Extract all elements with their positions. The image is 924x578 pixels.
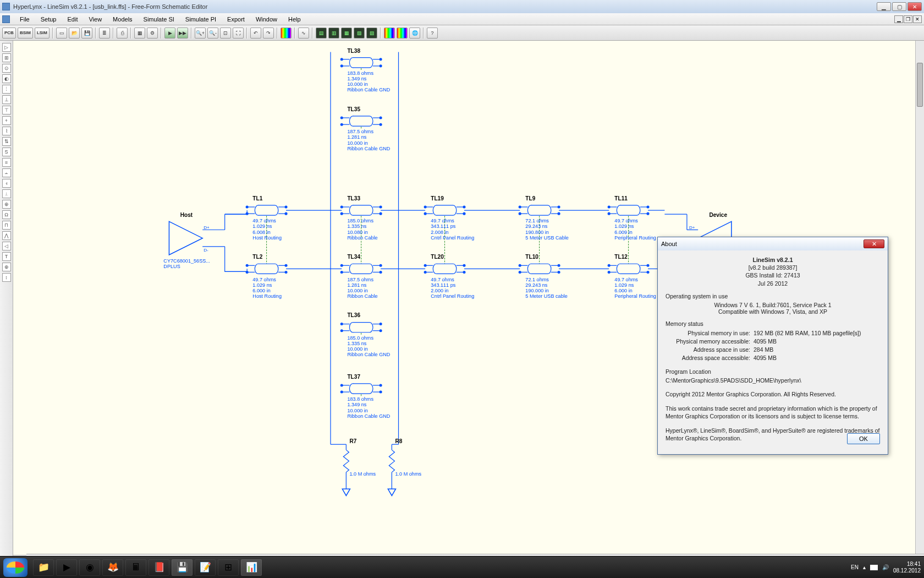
taskbar-explorer-icon[interactable]: 📁	[33, 559, 54, 576]
taskbar-firefox-icon[interactable]: 🦊	[102, 559, 123, 576]
scope4-icon[interactable]: ▧	[354, 28, 365, 39]
scope5-icon[interactable]: ▨	[366, 28, 377, 39]
tool-junction[interactable]: +	[2, 116, 11, 125]
zoom-out-icon[interactable]: 🔍-	[207, 28, 218, 39]
menu-help[interactable]: Help	[283, 15, 306, 24]
tool-res[interactable]: ⟂	[2, 189, 11, 198]
tline-TL19[interactable]: TL1949.7 ohms343.111 ps2.008 inCntrl Pan…	[424, 195, 475, 241]
toolbar-lsim[interactable]: LSIM	[35, 28, 50, 39]
tool-pwr[interactable]: ⊤	[2, 106, 11, 114]
taskbar-save-icon[interactable]: 💾	[172, 559, 193, 576]
menu-export[interactable]: Export	[222, 15, 250, 24]
config-icon[interactable]: ⚙	[147, 28, 158, 39]
minimize-button[interactable]: ▁	[877, 2, 891, 11]
maximize-button[interactable]: ▢	[892, 2, 906, 11]
tool-via[interactable]: ⊙	[2, 64, 11, 73]
tline-TL12[interactable]: TL1249.7 ohms1.029 ns6.000 inPeripheral …	[608, 254, 656, 299]
help-icon[interactable]: ?	[427, 28, 438, 39]
system-tray[interactable]: EN ▴ 🔊 18:41 08.12.2012	[851, 561, 921, 574]
menu-simulate-pi[interactable]: Simulate PI	[180, 15, 222, 24]
mdi-close[interactable]: ✕	[913, 15, 922, 23]
taskbar-media-icon[interactable]: ▶	[56, 559, 77, 576]
scope3-icon[interactable]: ▦	[341, 28, 352, 39]
run2-icon[interactable]: ▶▶	[177, 28, 188, 39]
tool-diff[interactable]: ⋀	[2, 231, 11, 240]
zoom-area-icon[interactable]: ⛶	[233, 28, 244, 39]
scope1-icon[interactable]: ▤	[316, 28, 327, 39]
tray-flag-icon[interactable]	[870, 565, 878, 570]
taskbar-chrome-icon[interactable]: ◉	[79, 559, 100, 576]
open-icon[interactable]: 📂	[69, 28, 80, 39]
new-icon[interactable]: ▭	[56, 28, 67, 39]
menu-window[interactable]: Window	[250, 15, 283, 24]
tool-gnd[interactable]: ⊥	[2, 95, 11, 104]
about-close-button[interactable]: ✕	[864, 239, 884, 248]
tool-ferrite[interactable]: ⊕	[2, 200, 11, 209]
menu-simulate-si[interactable]: Simulate SI	[138, 15, 180, 24]
tool-net[interactable]: ⊕	[2, 263, 11, 271]
host-buffer[interactable]: Host D+ D- CY7C68001_56SS... DPLUS	[163, 212, 210, 269]
tool-stack[interactable]: ≡	[2, 158, 11, 167]
stackup-icon[interactable]: ≣	[99, 28, 110, 39]
tool-tline[interactable]: ⌇	[2, 127, 11, 135]
tline-TL9[interactable]: TL972.1 ohms29.243 ns190.800 in5 Meter U…	[519, 195, 569, 241]
tray-chevron-icon[interactable]: ▴	[863, 564, 866, 570]
start-button[interactable]	[3, 558, 28, 577]
toolbar-pcb[interactable]: PCB	[2, 28, 16, 39]
tool-ic[interactable]: ⊞	[2, 53, 11, 62]
scope2-icon[interactable]: ▥	[328, 28, 339, 39]
tool-port[interactable]: ⊓	[2, 221, 11, 230]
tool-ohm[interactable]: Ω	[2, 210, 11, 219]
taskbar-acrobat-icon[interactable]: 📕	[148, 559, 169, 576]
tline-TL33[interactable]: TL33185.0 ohms1.335 ns10.080 inRibbon Ca…	[340, 195, 382, 241]
tline-TL11[interactable]: TL1149.7 ohms1.029 ns6.009 inPeripheral …	[608, 195, 656, 241]
tline-TL35[interactable]: TL35187.5 ohms1.281 ns10.000 inRibbon Ca…	[340, 106, 391, 151]
run-icon[interactable]: ▶	[164, 28, 175, 39]
menu-view[interactable]: View	[83, 15, 107, 24]
spectrum2-icon[interactable]	[384, 28, 395, 39]
menu-file[interactable]: File	[14, 15, 35, 24]
tline-TL36[interactable]: TL36185.0 ohms1.335 ns10.000 inRibbon Ca…	[340, 312, 391, 357]
tray-lang[interactable]: EN	[851, 564, 859, 570]
tray-network-icon[interactable]: 🔊	[882, 564, 889, 570]
tool-text[interactable]: T	[2, 252, 11, 261]
print-icon[interactable]: ⎙	[117, 28, 128, 39]
scope-icon[interactable]: ▦	[134, 28, 145, 39]
zoom-in-icon[interactable]: 🔍+	[195, 28, 206, 39]
menu-setup[interactable]: Setup	[35, 15, 62, 24]
tool-cap[interactable]: ⫠	[2, 168, 11, 177]
mdi-system-icon[interactable]	[2, 15, 10, 23]
taskbar-hyperlynx-icon[interactable]: 📊	[241, 559, 262, 576]
mdi-minimize[interactable]: ▁	[894, 15, 903, 23]
tline-TL10[interactable]: TL1072.1 ohms29.243 ns190.000 in5 Meter …	[519, 254, 568, 299]
tool-select[interactable]: ▷	[2, 43, 11, 52]
taskbar-app-icon[interactable]: ⊞	[218, 559, 239, 576]
tline-TL38[interactable]: TL38183.8 ohms1.349 ns10.000 inRibbon Ca…	[340, 48, 391, 93]
about-titlebar[interactable]: About ✕	[658, 237, 888, 250]
globe-icon[interactable]: 🌐	[409, 28, 420, 39]
tool-bus[interactable]: ⋮	[2, 85, 11, 94]
menu-models[interactable]: Models	[107, 15, 138, 24]
zoom-fit-icon[interactable]: ⊡	[220, 28, 231, 39]
tray-clock[interactable]: 18:41 08.12.2012	[893, 561, 921, 574]
tline-TL37[interactable]: TL37183.8 ohms1.349 ns10.000 inRibbon Ca…	[340, 374, 391, 419]
vertical-scrollbar[interactable]	[915, 41, 924, 555]
save-icon[interactable]: 💾	[81, 28, 92, 39]
close-button[interactable]: ✕	[908, 2, 922, 11]
taskbar-calc-icon[interactable]: 🖩	[125, 559, 146, 576]
spectrum-icon[interactable]	[280, 28, 292, 39]
tline-TL20[interactable]: TL2049.7 ohms343.111 ps2.000 inCntrl Pan…	[424, 254, 475, 299]
wave-icon[interactable]: ∿	[298, 28, 309, 39]
tool-pad[interactable]: ◐	[2, 74, 11, 83]
toolbar-bsim[interactable]: BSIM	[18, 28, 33, 39]
redo-icon[interactable]: ↷	[263, 28, 274, 39]
tline-TL1[interactable]: TL149.7 ohms1.029 ns6.008 inHost Routing	[246, 195, 288, 241]
tool-sparam[interactable]: S	[2, 148, 11, 156]
mdi-restore[interactable]: ❐	[904, 15, 912, 23]
tool-ind[interactable]: ⫞	[2, 179, 11, 188]
menu-edit[interactable]: Edit	[62, 15, 83, 24]
spectrum3-icon[interactable]	[397, 28, 408, 39]
undo-icon[interactable]: ↶	[250, 28, 261, 39]
taskbar-notes-icon[interactable]: 📝	[195, 559, 216, 576]
about-ok-button[interactable]: OK	[847, 433, 880, 444]
